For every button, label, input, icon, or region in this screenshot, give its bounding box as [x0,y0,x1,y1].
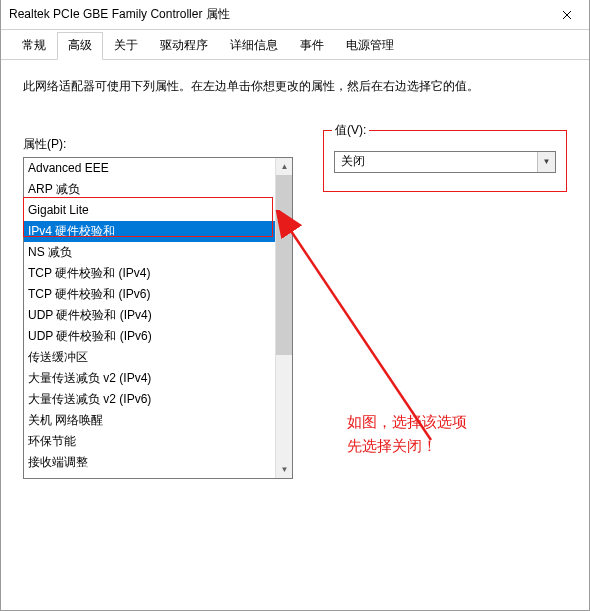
list-item[interactable]: 接收端调整 [24,452,277,473]
list-item[interactable]: IPv4 硬件校验和 [24,221,277,242]
list-item[interactable]: TCP 硬件校验和 (IPv6) [24,284,277,305]
value-select[interactable]: 关闭 ▼ [334,151,556,173]
tab-5[interactable]: 事件 [289,32,335,60]
list-item[interactable]: 环保节能 [24,431,277,452]
chevron-down-icon: ▼ [537,152,555,172]
close-icon [562,10,572,20]
list-item[interactable]: 大量传送减负 v2 (IPv6) [24,389,277,410]
tab-0[interactable]: 常规 [11,32,57,60]
value-label: 值(V): [332,122,369,139]
tab-2[interactable]: 关于 [103,32,149,60]
titlebar: Realtek PCIe GBE Family Controller 属性 [1,0,589,30]
scrollbar[interactable]: ▲ ▼ [275,158,292,478]
tab-6[interactable]: 电源管理 [335,32,405,60]
tab-3[interactable]: 驱动程序 [149,32,219,60]
tab-content: 此网络适配器可使用下列属性。在左边单击你想更改的属性，然后在右边选择它的值。 属… [1,60,589,495]
list-item[interactable]: TCP 硬件校验和 (IPv4) [24,263,277,284]
list-item[interactable]: NS 减负 [24,242,277,263]
list-item[interactable]: UDP 硬件校验和 (IPv6) [24,326,277,347]
scroll-down-button[interactable]: ▼ [276,461,293,478]
close-button[interactable] [544,0,589,29]
list-item[interactable]: 大量传送减负 v2 (IPv4) [24,368,277,389]
property-listbox[interactable]: Advanced EEEARP 减负Gigabit LiteIPv4 硬件校验和… [23,157,293,479]
list-item[interactable]: Advanced EEE [24,158,277,179]
tab-1[interactable]: 高级 [57,32,103,60]
tab-4[interactable]: 详细信息 [219,32,289,60]
list-item[interactable]: 关机 网络唤醒 [24,410,277,431]
list-item[interactable]: 传送缓冲区 [24,347,277,368]
list-item[interactable]: ARP 减负 [24,179,277,200]
list-item[interactable]: UDP 硬件校验和 (IPv4) [24,305,277,326]
list-item[interactable]: Gigabit Lite [24,200,277,221]
tab-bar: 常规高级关于驱动程序详细信息事件电源管理 [1,30,589,60]
value-group: 值(V): 关闭 ▼ [323,130,567,192]
value-select-text: 关闭 [335,153,537,170]
property-label: 属性(P): [23,136,293,153]
window-title: Realtek PCIe GBE Family Controller 属性 [9,6,544,23]
description-text: 此网络适配器可使用下列属性。在左边单击你想更改的属性，然后在右边选择它的值。 [23,76,567,98]
scroll-thumb[interactable] [276,175,293,355]
scroll-up-button[interactable]: ▲ [276,158,293,175]
dialog-window: Realtek PCIe GBE Family Controller 属性 常规… [0,0,590,611]
